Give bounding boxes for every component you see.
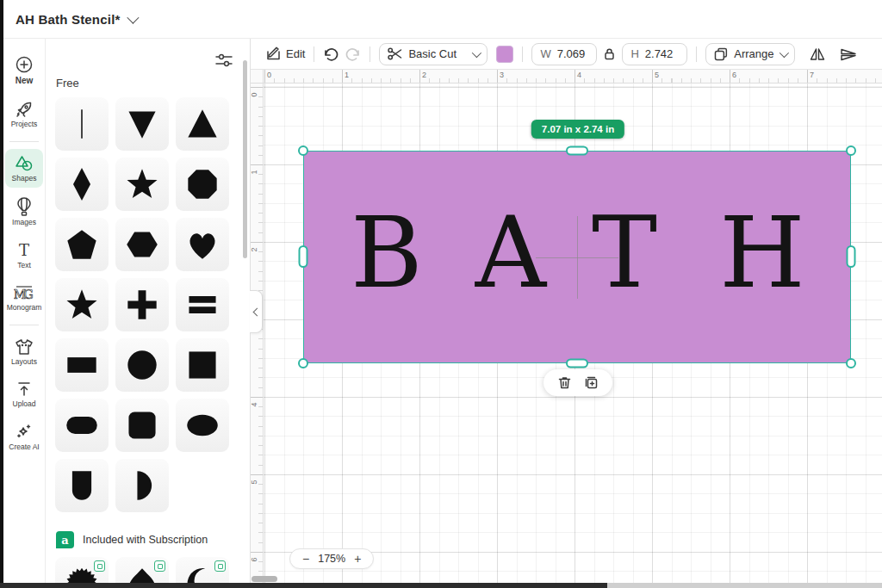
shape-tile-u-shape[interactable]: [55, 459, 109, 512]
resize-handle-top-left[interactable]: [298, 145, 308, 156]
shape-tile-octagon[interactable]: [176, 158, 229, 211]
stencil-letter-h: H: [719, 204, 804, 302]
triangle-up-shape-icon: [185, 107, 220, 141]
shapes-panel: Free a Included with Subscription: [46, 39, 250, 588]
width-field-label: W: [540, 47, 550, 60]
resize-handle-middle-right[interactable]: [847, 245, 856, 268]
shape-tile-line[interactable]: [55, 97, 109, 151]
shape-tile-equals[interactable]: [176, 278, 229, 331]
chevron-down-icon: [472, 47, 481, 57]
arrange-select-label: Arrange: [734, 47, 773, 60]
v-ruler-label: 5: [250, 480, 258, 484]
shape-tile-pentagon[interactable]: [55, 218, 109, 271]
selection-action-pill: [543, 369, 612, 396]
rounded-square-shape-icon: [125, 408, 159, 443]
chevron-left-icon: [252, 307, 261, 316]
edit-toolbar: Edit Basic Cut W 7.069: [251, 39, 882, 70]
duplicate-icon[interactable]: [584, 375, 599, 390]
hexagon-shape-icon: [125, 227, 159, 262]
sidebar-item-layouts[interactable]: Layouts: [5, 332, 43, 372]
fill-color-swatch[interactable]: [496, 46, 513, 63]
panel-scrollbar[interactable]: [243, 60, 247, 258]
subscription-row: a Included with Subscription: [56, 531, 208, 548]
panel-collapse-tab[interactable]: [250, 290, 263, 333]
shape-tile-half-circle[interactable]: [115, 459, 169, 512]
shape-tile-square[interactable]: [176, 338, 229, 392]
sidebar-item-label: New: [16, 77, 34, 85]
horizontal-scrollbar-thumb[interactable]: [0, 583, 607, 588]
edit-button-label: Edit: [286, 47, 305, 60]
resize-handle-top-center[interactable]: [566, 146, 588, 156]
chevron-down-icon: [780, 47, 789, 57]
shape-tile-triangle-down[interactable]: [115, 97, 169, 151]
undo-button[interactable]: [323, 47, 339, 61]
pentagon-shape-icon: [65, 227, 99, 262]
text-icon: T: [16, 242, 32, 259]
sidebar-item-projects[interactable]: Projects: [5, 95, 43, 134]
resize-handle-top-right[interactable]: [846, 145, 856, 156]
shape-tile-hexagon[interactable]: [115, 218, 169, 271]
flip-horizontal-icon[interactable]: [809, 46, 826, 62]
shape-tile-rectangle[interactable]: [55, 338, 109, 392]
operation-select-label: Basic Cut: [408, 47, 457, 60]
lock-icon[interactable]: [604, 47, 615, 60]
sidebar-item-create-ai[interactable]: Create AI: [5, 418, 43, 457]
sidebar-item-monogram[interactable]: MG Monogram: [5, 278, 43, 318]
flip-vertical-icon[interactable]: [838, 47, 857, 61]
shape-tile-pill[interactable]: [55, 399, 109, 452]
sidebar-item-label: Shapes: [12, 175, 37, 183]
v-ruler-label: 1: [250, 170, 258, 174]
sidebar-item-label: Text: [17, 262, 31, 269]
shapes-icon: [15, 155, 34, 172]
sidebar-item-images[interactable]: Images: [5, 191, 43, 232]
svg-text:T: T: [19, 242, 29, 259]
shape-tile-plus[interactable]: [115, 278, 169, 331]
sidebar-item-text[interactable]: T Text: [5, 236, 43, 275]
sidebar-item-new[interactable]: New: [5, 49, 43, 91]
shape-tile-circle[interactable]: [115, 338, 169, 392]
scrollbar-nub[interactable]: [252, 576, 277, 582]
horizontal-ruler: 01234567: [264, 70, 882, 84]
resize-handle-bottom-center[interactable]: [566, 359, 588, 368]
shape-tile-triangle-up[interactable]: [176, 97, 229, 151]
shape-tile-star[interactable]: [115, 158, 169, 211]
edit-button[interactable]: Edit: [266, 46, 305, 61]
arrange-select[interactable]: Arrange: [705, 43, 795, 65]
selected-shape-bath-stencil[interactable]: BATH: [303, 151, 851, 363]
shape-tile-heart[interactable]: [176, 218, 229, 271]
design-canvas[interactable]: 7.07 in x 2.74 in BATH − 175% +: [264, 84, 882, 588]
filter-icon[interactable]: [215, 53, 233, 68]
balloon-icon: [16, 197, 32, 216]
h-ruler-label: 0: [267, 71, 271, 79]
sidebar-item-shapes[interactable]: Shapes: [5, 149, 43, 189]
octagon-shape-icon: [185, 167, 220, 201]
plus-shape-icon: [125, 288, 159, 322]
shape-tile-rounded-square[interactable]: [115, 399, 169, 452]
zoom-out-button[interactable]: −: [302, 553, 309, 565]
shape-tile-star[interactable]: [55, 278, 109, 331]
sidebar-item-label: Monogram: [7, 304, 42, 312]
resize-handle-bottom-left[interactable]: [298, 358, 308, 368]
horizontal-scrollbar-track[interactable]: [0, 583, 882, 588]
zoom-in-button[interactable]: +: [354, 553, 361, 565]
zoom-level-value: 175%: [318, 553, 345, 565]
width-field[interactable]: W 7.069: [531, 43, 597, 65]
subscription-brand-icon: a: [56, 531, 74, 548]
chevron-down-icon[interactable]: [127, 12, 139, 24]
shape-tile-ellipse[interactable]: [176, 399, 229, 452]
height-field[interactable]: H 2.742: [622, 43, 687, 65]
shape-tile-diamond[interactable]: [55, 158, 109, 211]
subscription-lock-icon: [154, 560, 165, 572]
sidebar-item-upload[interactable]: Upload: [5, 374, 43, 414]
resize-handle-bottom-right[interactable]: [846, 358, 856, 368]
document-title[interactable]: AH Bath Stencil*: [16, 12, 121, 27]
delete-icon[interactable]: [557, 375, 572, 390]
v-ruler-label: 4: [250, 402, 258, 406]
operation-select[interactable]: Basic Cut: [379, 43, 488, 65]
equals-shape-icon: [185, 288, 220, 322]
resize-handle-middle-left[interactable]: [299, 245, 308, 268]
free-shapes-grid: [55, 97, 229, 512]
v-ruler-label: 6: [250, 557, 258, 561]
rectangle-shape-icon: [65, 348, 99, 382]
redo-button[interactable]: [345, 47, 361, 61]
